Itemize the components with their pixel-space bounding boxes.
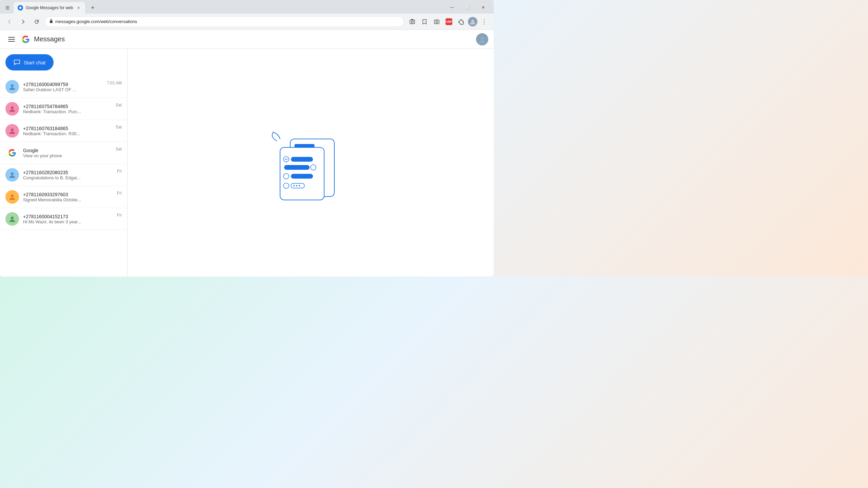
message-time: Fri <box>117 169 122 174</box>
message-preview: Hi Ms Wazir, its been 3 year... <box>23 219 113 224</box>
avatar <box>5 102 19 116</box>
message-preview: Nedbank: Transaction. R30... <box>23 131 112 136</box>
address-bar[interactable]: messages.google.com/web/conversations <box>45 16 404 27</box>
header-avatar-button[interactable] <box>476 33 488 45</box>
sidebar: Start chat +2781160004099759 <box>0 49 127 277</box>
conversation-info: +2781160004099759 Safari Outdoor LAST OF… <box>23 82 103 92</box>
message-preview: View on your phone <box>23 153 112 158</box>
svg-point-5 <box>436 21 438 23</box>
svg-rect-25 <box>284 165 310 170</box>
browser-frame: Google Messages for web ✕ + — ⬜ ✕ <box>0 0 494 277</box>
svg-rect-24 <box>291 157 313 162</box>
list-item[interactable]: +2781160754784865 Nedbank: Transaction. … <box>0 98 127 120</box>
app-content: Messages Start chat <box>0 30 494 277</box>
google-logo <box>22 35 30 43</box>
svg-rect-4 <box>434 20 439 24</box>
avatar <box>5 212 19 226</box>
contact-name: +2781160004152173 <box>23 214 113 219</box>
message-time: Sat <box>116 125 122 129</box>
reload-button[interactable] <box>31 16 42 27</box>
message-time: Fri <box>117 191 122 196</box>
contact-name: +2781160282080235 <box>23 170 113 175</box>
url-text: messages.google.com/web/conversations <box>55 19 400 24</box>
list-item[interactable]: +2781160004099759 Safari Outdoor LAST OF… <box>0 76 127 98</box>
minimize-button[interactable]: — <box>444 3 460 12</box>
tab-favicon <box>18 5 23 11</box>
conversation-info: +2781160754784865 Nedbank: Transaction. … <box>23 104 112 114</box>
tab-bar: Google Messages for web ✕ + — ⬜ ✕ <box>0 0 494 14</box>
maximize-button[interactable]: ⬜ <box>460 3 475 12</box>
svg-point-33 <box>299 185 300 186</box>
avatar <box>5 190 19 204</box>
message-time: Sat <box>116 147 122 151</box>
svg-point-3 <box>411 21 413 23</box>
conversation-info: Google View on your phone <box>23 148 112 158</box>
list-item[interactable]: +2781160933297603 Signed Memorabilia Oct… <box>0 186 127 208</box>
message-time: Fri <box>117 213 122 218</box>
tab-list-button[interactable] <box>3 3 12 13</box>
conversation-info: +2781160004152173 Hi Ms Wazir, its been … <box>23 214 113 224</box>
list-item[interactable]: +2781160004152173 Hi Ms Wazir, its been … <box>0 208 127 230</box>
main-content-area <box>127 49 494 277</box>
new-tab-button[interactable]: + <box>88 3 97 13</box>
extensions-button[interactable] <box>456 16 467 27</box>
conversations-list: +2781160004099759 Safari Outdoor LAST OF… <box>0 76 127 277</box>
back-button[interactable] <box>4 16 15 27</box>
svg-point-10 <box>480 37 484 40</box>
svg-point-15 <box>11 172 14 175</box>
contact-name: +2781160933297603 <box>23 192 113 197</box>
svg-point-31 <box>293 185 295 186</box>
more-options-button[interactable]: ⋮ <box>479 16 490 27</box>
message-preview: Congratulations to B. Edgar... <box>23 175 113 180</box>
svg-rect-7 <box>8 37 15 38</box>
app-body: Start chat +2781160004099759 <box>0 49 494 277</box>
lock-icon <box>49 19 53 24</box>
conversation-info: +2781160933297603 Signed Memorabilia Oct… <box>23 192 113 202</box>
avatar <box>5 146 19 160</box>
app-header: Messages <box>0 30 494 49</box>
list-item[interactable]: +2781160763184865 Nedbank: Transaction. … <box>0 120 127 142</box>
start-chat-button[interactable]: Start chat <box>5 54 54 70</box>
adblock-button[interactable]: ABP <box>443 16 454 27</box>
window-close-button[interactable]: ✕ <box>475 3 491 12</box>
camera-icon-button[interactable] <box>431 16 442 27</box>
forward-button[interactable] <box>18 16 28 27</box>
svg-rect-1 <box>50 21 53 23</box>
active-tab[interactable]: Google Messages for web ✕ <box>14 2 85 14</box>
svg-point-17 <box>11 217 14 219</box>
nav-right-controls: ABP ⋮ <box>407 16 490 27</box>
svg-point-32 <box>296 185 297 186</box>
conversation-info: +2781160763184865 Nedbank: Transaction. … <box>23 126 112 136</box>
list-item[interactable]: Google View on your phone Sat <box>0 142 127 164</box>
svg-rect-2 <box>410 20 415 24</box>
svg-point-12 <box>11 84 14 87</box>
svg-point-6 <box>471 20 474 22</box>
hamburger-menu-button[interactable] <box>5 33 18 45</box>
navigation-bar: messages.google.com/web/conversations <box>0 14 494 30</box>
app-title: Messages <box>34 35 65 43</box>
svg-rect-9 <box>8 41 15 42</box>
contact-name: +2781160004099759 <box>23 82 103 87</box>
profile-avatar-button[interactable] <box>468 17 477 26</box>
message-preview: Nedbank: Transaction. Purc... <box>23 109 112 114</box>
conversation-info: +2781160282080235 Congratulations to B. … <box>23 170 113 180</box>
contact-name: Google <box>23 148 112 153</box>
message-time: Sat <box>116 103 122 107</box>
svg-point-14 <box>11 128 14 131</box>
avatar <box>5 168 19 182</box>
chat-illustration <box>263 120 358 205</box>
list-item[interactable]: +2781160282080235 Congratulations to B. … <box>0 164 127 186</box>
bookmark-button[interactable] <box>419 16 430 27</box>
svg-rect-8 <box>8 39 15 40</box>
screenshot-button[interactable] <box>407 16 418 27</box>
tab-close-button[interactable]: ✕ <box>76 5 81 11</box>
svg-point-16 <box>11 195 14 197</box>
svg-rect-28 <box>291 174 313 179</box>
window-controls: — ⬜ ✕ <box>444 3 491 14</box>
contact-name: +2781160754784865 <box>23 104 112 109</box>
svg-rect-19 <box>294 144 315 147</box>
avatar <box>5 80 19 94</box>
message-time: 7:01 AM <box>107 81 122 85</box>
svg-point-13 <box>11 106 14 109</box>
message-preview: Signed Memorabilia Octobe... <box>23 197 113 202</box>
